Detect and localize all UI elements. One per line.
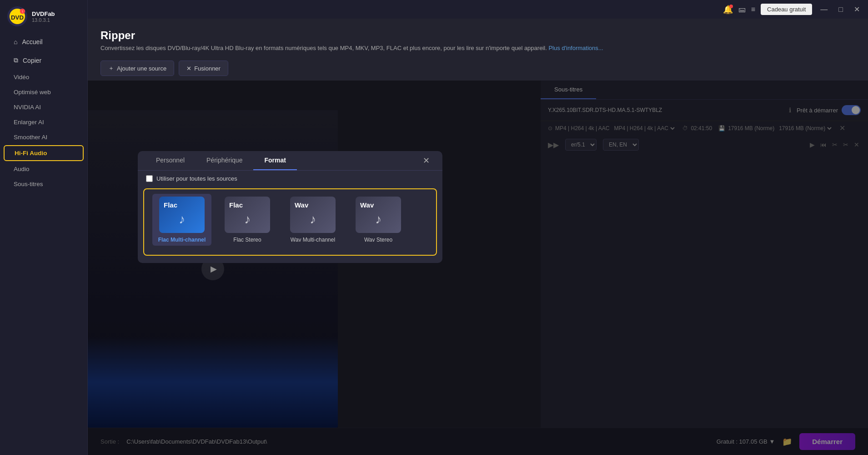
sidebar: DVD ! DVDFab 13.0.3.1 ⌂ Accueil ⧉ Copier…: [0, 0, 88, 455]
storage-icon[interactable]: 🖴: [738, 5, 746, 14]
sidebar-item-sous-titres[interactable]: Sous-titres: [4, 177, 84, 191]
flac-multichannel-icon: Flac ♪: [159, 197, 205, 233]
page-title: Ripper: [100, 29, 855, 42]
wav-stereo-label: Wav Stereo: [364, 237, 392, 243]
close-button[interactable]: ✕: [851, 5, 863, 14]
app-name: DVDFab: [32, 10, 55, 17]
sidebar-item-optimise-web[interactable]: Optimisé web: [4, 85, 84, 99]
sidebar-item-video[interactable]: Vidéo: [4, 70, 84, 84]
app-title-group: DVDFab 13.0.3.1: [32, 10, 55, 23]
sidebar-item-nvidia-ai[interactable]: NVIDIA AI: [4, 100, 84, 114]
minimize-button[interactable]: —: [818, 5, 830, 14]
add-icon: ＋: [108, 64, 114, 72]
format-popup: Personnel Périphérique Format ✕ Utiliser…: [138, 151, 442, 263]
menu-icon[interactable]: ≡: [751, 5, 755, 14]
ripper-actions: ＋ Ajouter une source ✕ Fusionner: [88, 56, 868, 81]
format-popup-tabs: Personnel Périphérique Format ✕: [138, 151, 442, 171]
ripper-description: Convertissez les disques DVD/Blu-ray/4K …: [100, 45, 855, 51]
sidebar-item-copier[interactable]: ⧉ Copier: [4, 52, 84, 69]
fusionner-button[interactable]: ✕ Fusionner: [179, 61, 228, 76]
tab-format[interactable]: Format: [253, 151, 296, 170]
wav-stereo-icon: Wav ♪: [356, 197, 401, 233]
format-card-flac-multichannel[interactable]: Flac ♪ Flac Multi-channel: [152, 194, 211, 246]
modal-overlay[interactable]: [88, 81, 868, 455]
popup-close-button[interactable]: ✕: [417, 152, 435, 169]
sidebar-item-smoother-ai[interactable]: Smoother AI: [4, 130, 84, 144]
add-source-button[interactable]: ＋ Ajouter une source: [100, 61, 174, 76]
svg-text:!: !: [22, 10, 23, 13]
sidebar-item-hifi-audio[interactable]: Hi-Fi Audio: [4, 145, 84, 161]
maximize-button[interactable]: □: [836, 5, 846, 14]
flac-multichannel-label: Flac Multi-channel: [158, 237, 206, 243]
use-all-checkbox[interactable]: [146, 175, 153, 182]
flac-stereo-icon: Flac ♪: [225, 197, 270, 233]
main-content: 🔔 🖴 ≡ Cadeau gratuit — □ ✕ Ripper Conver…: [88, 0, 868, 455]
sidebar-item-audio[interactable]: Audio: [4, 162, 84, 176]
sidebar-item-accueil[interactable]: ⌂ Accueil: [4, 34, 84, 50]
topbar: 🔔 🖴 ≡ Cadeau gratuit — □ ✕: [88, 0, 868, 19]
sidebar-header: DVD ! DVDFab 13.0.3.1: [0, 0, 87, 33]
copy-icon: ⧉: [14, 56, 18, 64]
tab-personnel[interactable]: Personnel: [145, 151, 196, 170]
flac-stereo-label: Flac Stereo: [233, 237, 261, 243]
app-version: 13.0.3.1: [32, 17, 55, 23]
ripper-header: Ripper Convertissez les disques DVD/Blu-…: [88, 21, 868, 56]
home-icon: ⌂: [14, 38, 17, 46]
cadeau-button[interactable]: Cadeau gratuit: [761, 4, 812, 15]
app-logo: DVD !: [7, 6, 27, 26]
format-card-wav-stereo[interactable]: Wav ♪ Wav Stereo: [349, 194, 408, 246]
format-card-flac-stereo[interactable]: Flac ♪ Flac Stereo: [218, 194, 277, 246]
wav-multichannel-icon: Wav ♪: [290, 197, 336, 233]
use-all-row: Utiliser pour toutes les sources: [138, 171, 442, 187]
sidebar-item-enlarger-ai[interactable]: Enlarger AI: [4, 115, 84, 129]
more-info-link[interactable]: Plus d'informations...: [548, 45, 603, 51]
svg-text:DVD: DVD: [11, 14, 24, 21]
format-card-wav-multichannel[interactable]: Wav ♪ Wav Multi-channel: [283, 194, 342, 246]
tab-peripherique[interactable]: Périphérique: [196, 151, 253, 170]
wav-multichannel-label: Wav Multi-channel: [291, 237, 335, 243]
format-grid: Flac ♪ Flac Multi-channel Flac ♪ Flac St…: [143, 188, 437, 256]
content-area: ▶ Sous-titres Y.X265.10BIT.SDR.DTS-HD.MA…: [88, 81, 868, 455]
merge-icon: ✕: [186, 65, 191, 72]
notification-icon[interactable]: 🔔: [723, 5, 733, 15]
